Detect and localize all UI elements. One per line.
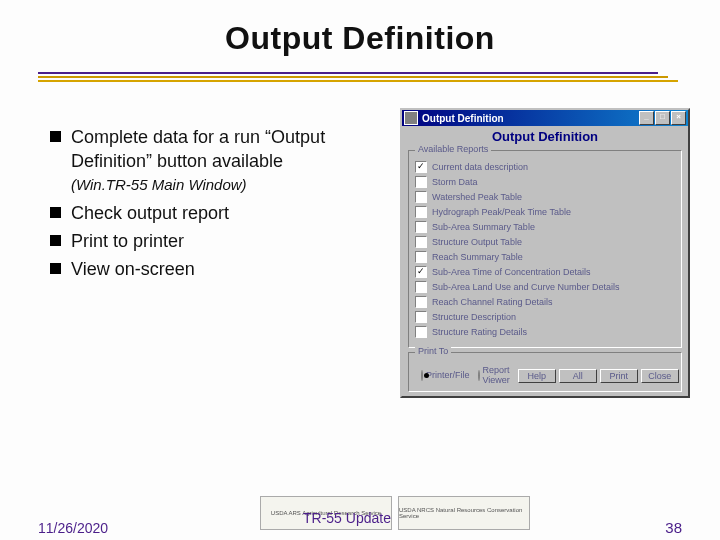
report-checkbox-row[interactable]: Watershed Peak Table xyxy=(415,191,675,203)
checkbox-label: Reach Summary Table xyxy=(432,252,523,262)
bullet-item: View on-screen xyxy=(50,257,370,281)
checkbox-label: Sub-Area Summary Table xyxy=(432,222,535,232)
help-button[interactable]: Help xyxy=(518,369,556,383)
bullet-text: Check output report xyxy=(71,201,229,225)
all-button[interactable]: All xyxy=(559,369,597,383)
bullet-list: Complete data for a run “Output Definiti… xyxy=(50,125,370,285)
bullet-marker xyxy=(50,263,61,274)
bullet-marker xyxy=(50,207,61,218)
checkbox-label: Structure Rating Details xyxy=(432,327,527,337)
checkbox-label: Sub-Area Time of Concentration Details xyxy=(432,267,591,277)
available-reports-group: Available Reports ✓Current data descript… xyxy=(408,150,682,348)
footer-logos: USDA ARS Agricultural Research Service U… xyxy=(260,496,530,530)
print-to-group: Print To Printer/FileReport ViewerHelpAl… xyxy=(408,352,682,392)
report-checkbox-row[interactable]: Sub-Area Summary Table xyxy=(415,221,675,233)
report-checkbox-row[interactable]: Structure Description xyxy=(415,311,675,323)
radio-label: Printer/File xyxy=(426,370,470,380)
title-underline xyxy=(38,72,678,84)
bullet-subtext: (Win.TR-55 Main Window) xyxy=(71,176,370,193)
bullet-marker xyxy=(50,131,61,142)
checkbox-label: Storm Data xyxy=(432,177,478,187)
minimize-button[interactable]: _ xyxy=(639,111,654,125)
report-checkbox-row[interactable]: Reach Channel Rating Details xyxy=(415,296,675,308)
footer-date: 11/26/2020 xyxy=(38,520,108,536)
checkbox[interactable] xyxy=(415,251,427,263)
bullet-item: Print to printer xyxy=(50,229,370,253)
report-checkbox-row[interactable]: Structure Output Table xyxy=(415,236,675,248)
bullet-text: Print to printer xyxy=(71,229,184,253)
close-button[interactable]: × xyxy=(671,111,686,125)
checkbox-label: Hydrograph Peak/Peak Time Table xyxy=(432,207,571,217)
checkbox-label: Reach Channel Rating Details xyxy=(432,297,553,307)
dialog-titlebar: Output Definition _ □ × xyxy=(402,110,688,126)
checkbox-label: Watershed Peak Table xyxy=(432,192,522,202)
checkbox[interactable]: ✓ xyxy=(415,161,427,173)
checkbox[interactable] xyxy=(415,206,427,218)
footer-center-text: TR-55 Update xyxy=(303,510,391,526)
slide-title: Output Definition xyxy=(0,20,720,57)
output-definition-dialog: Output Definition _ □ × Output Definitio… xyxy=(400,108,690,398)
report-checkbox-row[interactable]: Hydrograph Peak/Peak Time Table xyxy=(415,206,675,218)
print-button[interactable]: Print xyxy=(600,369,638,383)
bullet-marker xyxy=(50,235,61,246)
report-checkbox-row[interactable]: Structure Rating Details xyxy=(415,326,675,338)
checkbox[interactable]: ✓ xyxy=(415,266,427,278)
group-label: Print To xyxy=(415,346,451,356)
radio[interactable] xyxy=(478,370,480,381)
bullet-item: Complete data for a run “Output Definiti… xyxy=(50,125,370,174)
dialog-title: Output Definition xyxy=(422,113,504,124)
page-number: 38 xyxy=(665,519,682,536)
checkbox-label: Sub-Area Land Use and Curve Number Detai… xyxy=(432,282,620,292)
report-checkbox-row[interactable]: Reach Summary Table xyxy=(415,251,675,263)
app-icon xyxy=(404,111,418,125)
report-checkbox-row[interactable]: ✓Current data description xyxy=(415,161,675,173)
close-button[interactable]: Close xyxy=(641,369,679,383)
checkbox[interactable] xyxy=(415,296,427,308)
checkbox[interactable] xyxy=(415,326,427,338)
checkbox[interactable] xyxy=(415,236,427,248)
logo-usda-nrcs: USDA NRCS Natural Resources Conservation… xyxy=(398,496,530,530)
bullet-item: Check output report xyxy=(50,201,370,225)
checkbox[interactable] xyxy=(415,311,427,323)
checkbox-label: Structure Output Table xyxy=(432,237,522,247)
checkbox-label: Current data description xyxy=(432,162,528,172)
checkbox[interactable] xyxy=(415,221,427,233)
checkbox[interactable] xyxy=(415,191,427,203)
report-checkbox-row[interactable]: Storm Data xyxy=(415,176,675,188)
bullet-text: Complete data for a run “Output Definiti… xyxy=(71,125,370,174)
checkbox[interactable] xyxy=(415,176,427,188)
radio[interactable] xyxy=(421,370,423,381)
group-label: Available Reports xyxy=(415,144,491,154)
maximize-button[interactable]: □ xyxy=(655,111,670,125)
bullet-text: View on-screen xyxy=(71,257,195,281)
report-checkbox-row[interactable]: Sub-Area Land Use and Curve Number Detai… xyxy=(415,281,675,293)
checkbox-label: Structure Description xyxy=(432,312,516,322)
checkbox[interactable] xyxy=(415,281,427,293)
radio-label: Report Viewer xyxy=(483,365,510,385)
report-checkbox-row[interactable]: ✓Sub-Area Time of Concentration Details xyxy=(415,266,675,278)
